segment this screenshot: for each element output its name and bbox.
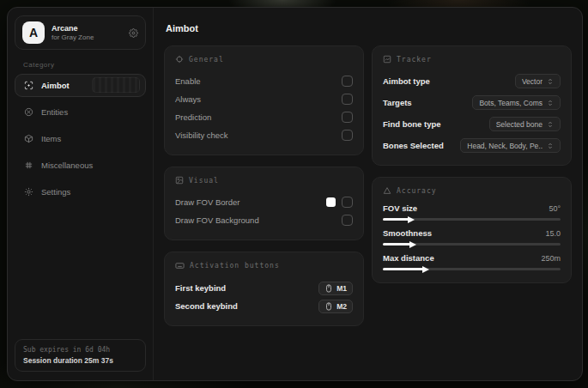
keybind-value: M1 <box>336 284 347 293</box>
chevron-up-down-icon <box>547 142 554 149</box>
app-logo: A <box>22 21 45 44</box>
package-icon <box>24 134 33 143</box>
grid-hash-icon <box>24 161 33 170</box>
second-keybind-button[interactable]: M2 <box>318 300 353 313</box>
setting-label: First keybind <box>175 283 226 293</box>
sidebar-item-settings[interactable]: Settings <box>15 180 146 203</box>
chevron-up-down-icon <box>547 100 554 106</box>
find-bone-type-select[interactable]: Selected bone <box>489 117 561 131</box>
section-title: General <box>189 56 224 64</box>
app-subtitle: for Gray Zone <box>52 33 122 41</box>
activation-buttons-card: Activation buttons First keybind M1 Seco… <box>164 252 364 326</box>
sidebar-item-label: Aimbot <box>41 81 70 90</box>
setting-row-prediction: Prediction <box>175 108 353 126</box>
slider-value: 250m <box>541 254 561 263</box>
prediction-checkbox[interactable] <box>342 112 353 123</box>
crosshair-scan-icon <box>24 81 33 90</box>
section-title: Accuracy <box>397 187 437 195</box>
setting-row-find-bone-type: Find bone type Selected bone <box>383 115 561 133</box>
sidebar-item-entities[interactable]: Entities <box>15 100 146 124</box>
setting-row-targets: Targets Bots, Teams, Coms <box>383 94 561 112</box>
setting-row-always: Always <box>175 90 353 108</box>
fov-border-color-swatch[interactable] <box>326 197 336 207</box>
setting-label: Second keybind <box>175 301 238 311</box>
chevron-up-down-icon <box>547 121 554 128</box>
sidebar-item-label: Entities <box>41 107 68 117</box>
draw-fov-background-checkbox[interactable] <box>342 215 353 226</box>
setting-label: Bones Selected <box>383 141 444 150</box>
section-title: Activation buttons <box>190 262 280 270</box>
sidebar-item-miscellaneous[interactable]: Miscellaneous <box>15 154 146 177</box>
crosshair-icon <box>175 55 184 64</box>
accuracy-card: Accuracy FOV size 50° <box>372 177 572 283</box>
slider-value: 15.0 <box>545 229 561 238</box>
visibility-check-checkbox[interactable] <box>342 130 353 141</box>
always-checkbox[interactable] <box>342 94 353 105</box>
setting-row-enable: Enable <box>175 72 353 90</box>
sidebar-item-label: Miscellaneous <box>41 161 93 170</box>
sidebar: A Arcane for Gray Zone Category Aimbot E… <box>8 8 154 380</box>
brand-card: A Arcane for Gray Zone <box>15 15 146 50</box>
bones-selected-select[interactable]: Head, Neck, Body, Pe.. <box>460 138 561 153</box>
page-title: Aimbot <box>166 23 572 33</box>
session-duration-text: Session duration 25m 37s <box>23 356 137 365</box>
setting-label: Aimbot type <box>383 76 430 86</box>
setting-row-bones-selected: Bones Selected Head, Neck, Body, Pe.. <box>383 136 561 155</box>
max-distance-slider[interactable] <box>383 268 561 270</box>
setting-label: Draw FOV Border <box>175 197 240 207</box>
slider-value: 50° <box>549 204 561 213</box>
draw-fov-border-checkbox[interactable] <box>342 197 353 208</box>
select-value: Vector <box>522 77 543 86</box>
category-label: Category <box>23 61 146 69</box>
setting-label: FOV size <box>383 203 417 213</box>
section-title: Tracker <box>397 56 432 64</box>
keyboard-icon <box>175 261 185 270</box>
enable-checkbox[interactable] <box>342 76 353 87</box>
targets-select[interactable]: Bots, Teams, Coms <box>472 95 561 110</box>
gear-icon[interactable] <box>129 28 138 38</box>
entity-target-icon <box>24 107 33 117</box>
first-keybind-button[interactable]: M1 <box>318 282 353 295</box>
mouse-icon <box>324 284 333 293</box>
fov-size-slider[interactable] <box>383 218 561 221</box>
sub-expires-text: Sub expires in 6d 04h <box>23 346 137 354</box>
select-value: Head, Neck, Body, Pe.. <box>467 142 543 150</box>
slider-thumb-arrow[interactable] <box>409 241 416 248</box>
app-window: A Arcane for Gray Zone Category Aimbot E… <box>7 7 583 381</box>
sidebar-item-items[interactable]: Items <box>15 127 146 150</box>
sidebar-item-aimbot[interactable]: Aimbot <box>15 74 146 97</box>
setting-label: Max distance <box>383 253 434 263</box>
main-content: Aimbot General Enable Alw <box>154 8 582 380</box>
slider-thumb-arrow[interactable] <box>408 216 415 223</box>
setting-label: Always <box>175 94 201 104</box>
setting-row-smoothness: Smoothness 15.0 <box>383 228 561 246</box>
setting-row-max-distance: Max distance 250m <box>383 253 561 270</box>
smoothness-slider[interactable] <box>383 243 561 246</box>
sidebar-item-label: Items <box>41 134 61 143</box>
general-card: General Enable Always Prediction <box>164 45 364 155</box>
setting-label: Enable <box>175 76 201 86</box>
keybind-value: M2 <box>336 302 347 311</box>
setting-row-fov-size: FOV size 50° <box>383 203 561 221</box>
settings-gear-icon <box>24 187 33 197</box>
setting-row-draw-fov-background: Draw FOV Background <box>175 211 353 229</box>
tracker-card: Tracker Aimbot type Vector Targets <box>372 45 572 166</box>
setting-row-draw-fov-border: Draw FOV Border <box>175 193 353 211</box>
subscription-status-card: Sub expires in 6d 04h Session duration 2… <box>15 339 146 372</box>
left-column: General Enable Always Prediction <box>164 45 364 326</box>
select-value: Bots, Teams, Coms <box>479 99 543 107</box>
chevron-up-down-icon <box>547 78 554 85</box>
slider-thumb-arrow[interactable] <box>422 266 429 273</box>
triangle-delta-icon <box>383 186 391 195</box>
visual-card: Visual Draw FOV Border Draw FOV Backgrou… <box>164 167 364 240</box>
setting-label: Find bone type <box>383 119 441 129</box>
setting-label: Targets <box>383 98 412 107</box>
setting-label: Visibility check <box>175 130 228 140</box>
chart-trend-icon <box>383 55 391 64</box>
setting-label: Prediction <box>175 112 211 122</box>
setting-row-aimbot-type: Aimbot type Vector <box>383 72 561 90</box>
mouse-icon <box>324 302 333 311</box>
aimbot-type-select[interactable]: Vector <box>515 74 561 88</box>
sidebar-item-label: Settings <box>41 187 70 197</box>
select-value: Selected bone <box>496 120 543 129</box>
